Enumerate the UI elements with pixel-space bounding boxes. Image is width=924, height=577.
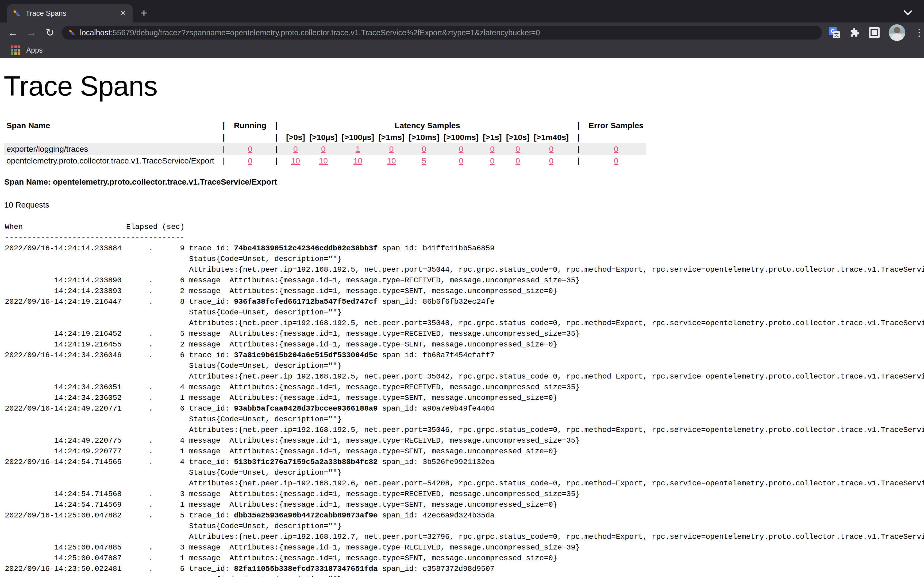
sample-count-link[interactable]: 10	[319, 156, 328, 165]
sample-count-link[interactable]: 0	[293, 145, 298, 153]
separator: |	[269, 131, 284, 143]
menu-kebab-icon[interactable]: ⋮	[914, 27, 924, 38]
separator: |	[216, 155, 231, 167]
sample-count-link[interactable]: 0	[490, 145, 494, 153]
bookmarks-bar: Apps	[0, 43, 924, 58]
sample-count-link[interactable]: 0	[459, 145, 464, 153]
latency-bucket-cell: 0	[307, 143, 339, 155]
tab-title: Trace Spans	[26, 9, 119, 18]
tab-close-icon[interactable]: ✕	[119, 8, 127, 18]
sample-count-link[interactable]: 0	[515, 145, 520, 153]
omnibox-favicon	[68, 29, 76, 36]
latency-bucket-cell: 0	[481, 155, 504, 167]
latency-bucket-cell: 0	[504, 155, 532, 167]
spans-table-body: exporter/logging/traces|0|001000000|0ope…	[4, 143, 646, 167]
page-content: Trace Spans Span Name | Running | Latenc…	[0, 70, 924, 577]
url-text: localhost:55679/debug/tracez?zspanname=o…	[80, 28, 540, 37]
sample-count-link[interactable]: 0	[614, 156, 619, 165]
col-error-samples: Error Samples	[586, 120, 646, 131]
reload-icon[interactable]: ↻	[44, 27, 56, 39]
sample-count-link[interactable]: 0	[515, 156, 520, 165]
span-row: opentelemetry.proto.collector.trace.v1.T…	[4, 155, 646, 167]
sample-count-link[interactable]: 0	[321, 145, 326, 153]
error-samples-cell: 0	[586, 143, 646, 155]
separator: |	[571, 120, 586, 131]
col-running: Running	[231, 120, 269, 131]
page-title: Trace Spans	[4, 70, 924, 102]
tab-search-chevron-icon[interactable]	[905, 8, 913, 16]
bucket-label: [>10µs]	[307, 131, 339, 143]
sample-count-link[interactable]: 0	[490, 156, 494, 165]
browser-tab-trace-spans[interactable]: Trace Spans ✕	[7, 4, 132, 23]
sample-count-link[interactable]: 0	[248, 156, 252, 165]
sample-count-link[interactable]: 0	[248, 145, 252, 153]
sample-count-link[interactable]: 0	[614, 145, 619, 153]
latency-bucket-cell: 0	[531, 155, 571, 167]
span-name-cell: opentelemetry.proto.collector.trace.v1.T…	[4, 155, 216, 167]
translate-icon[interactable]: G 文	[829, 27, 840, 38]
browser-toolbar: ← → ↻ localhost:55679/debug/tracez?zspan…	[0, 23, 924, 43]
sample-count-link[interactable]: 0	[422, 145, 426, 153]
sample-count-link[interactable]: 0	[549, 145, 554, 153]
separator: |	[571, 131, 586, 143]
latency-bucket-cell: 10	[376, 155, 407, 167]
separator: |	[216, 120, 231, 131]
request-log: When Elapsed (sec) ---------------------…	[5, 222, 924, 577]
bucket-label: [>1ms]	[376, 131, 407, 143]
bucket-label: [>10s]	[504, 131, 532, 143]
sample-count-link[interactable]: 0	[389, 145, 394, 153]
url-path: :55679/debug/tracez?zspanname=openteleme…	[110, 28, 540, 37]
latency-bucket-cell: 0	[441, 143, 481, 155]
sample-count-link[interactable]: 0	[549, 156, 554, 165]
table-header-row: Span Name | Running | Latency Samples | …	[4, 120, 646, 131]
sample-count-link[interactable]: 1	[355, 145, 360, 153]
separator: |	[216, 131, 231, 143]
new-tab-button[interactable]: +	[141, 7, 148, 19]
sample-count-link[interactable]: 10	[354, 156, 362, 165]
trace-spans-table: Span Name | Running | Latency Samples | …	[4, 120, 646, 167]
latency-bucket-cell: 0	[407, 143, 441, 155]
translate-wen: 文	[833, 31, 840, 38]
bucket-label: [>1s]	[481, 131, 504, 143]
latency-bucket-cell: 1	[339, 143, 376, 155]
bucket-label: [>100µs]	[339, 131, 376, 143]
side-panel-icon[interactable]	[869, 27, 880, 38]
latency-bucket-cell: 0	[481, 143, 504, 155]
bucket-label: [>100ms]	[441, 131, 481, 143]
profile-avatar[interactable]	[889, 24, 905, 41]
span-name-cell: exporter/logging/traces	[4, 143, 216, 155]
bucket-label: [>0s]	[284, 131, 307, 143]
detail-span-name-heading: Span Name: opentelemetry.proto.collector…	[4, 177, 924, 187]
separator: |	[269, 155, 284, 167]
apps-label[interactable]: Apps	[26, 46, 43, 55]
latency-bucket-cell: 0	[376, 143, 407, 155]
span-row: exporter/logging/traces|0|001000000|0	[4, 143, 646, 155]
address-bar[interactable]: localhost:55679/debug/tracez?zspanname=o…	[62, 26, 822, 40]
latency-bucket-cell: 0	[531, 143, 571, 155]
bucket-label: [>1m40s]	[531, 131, 571, 143]
extensions-icon[interactable]	[849, 27, 860, 38]
latency-bucket-cell: 0	[441, 155, 481, 167]
latency-bucket-cell: 10	[284, 155, 307, 167]
sample-count-link[interactable]: 10	[387, 156, 396, 165]
apps-grid-icon[interactable]	[11, 45, 20, 55]
sample-count-link[interactable]: 0	[459, 156, 464, 165]
running-cell: 0	[231, 155, 269, 167]
sample-count-link[interactable]: 5	[422, 156, 426, 165]
back-icon[interactable]: ←	[7, 27, 19, 39]
latency-bucket-cell: 10	[307, 155, 339, 167]
col-latency-samples: Latency Samples	[284, 120, 571, 131]
running-cell: 0	[231, 143, 269, 155]
latency-bucket-cell: 0	[284, 143, 307, 155]
latency-bucket-cell: 10	[339, 155, 376, 167]
url-host: localhost	[80, 28, 110, 37]
bucket-header-row: | | [>0s][>10µs][>100µs][>1ms][>10ms][>1…	[4, 131, 646, 143]
separator: |	[571, 155, 586, 167]
forward-icon[interactable]: →	[26, 27, 37, 39]
sample-count-link[interactable]: 10	[291, 156, 300, 165]
separator: |	[269, 120, 284, 131]
separator: |	[216, 143, 231, 155]
separator: |	[571, 143, 586, 155]
request-count: 10 Requests	[4, 200, 924, 210]
tab-strip: Trace Spans ✕ +	[0, 0, 924, 23]
